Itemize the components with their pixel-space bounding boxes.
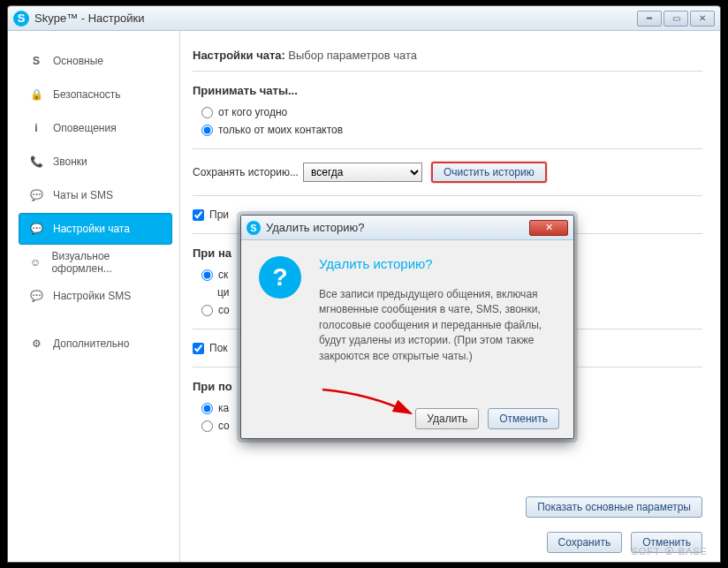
dialog-title: Удалить историю? xyxy=(266,221,365,234)
delete-button[interactable]: Удалить xyxy=(415,408,479,429)
delete-history-dialog: S Удалить историю? ✕ ? Удалить историю? … xyxy=(240,215,574,439)
sidebar-label: Основные xyxy=(53,55,103,67)
maximize-button[interactable]: ▭ xyxy=(664,11,688,27)
gear-icon: ⚙ xyxy=(28,336,44,352)
sidebar-item-sms-settings[interactable]: 💬Настройки SMS xyxy=(19,280,172,312)
header-title: Настройки чата: xyxy=(193,49,285,62)
dialog-close-button[interactable]: ✕ xyxy=(529,220,568,236)
sidebar: SОсновные 🔒Безопасность iОповещения 📞Зво… xyxy=(8,31,180,562)
chat-settings-icon: 💬 xyxy=(28,221,44,237)
info-icon: i xyxy=(28,120,44,136)
history-select[interactable]: всегда xyxy=(303,163,422,182)
divider xyxy=(193,195,702,196)
titlebar[interactable]: S Skype™ - Настройки ━ ▭ ✕ xyxy=(8,6,720,31)
sidebar-item-appearance[interactable]: ☺Визуальное оформлен... xyxy=(19,246,172,278)
sms-icon: 💬 xyxy=(28,288,44,304)
skype-logo-icon: S xyxy=(13,11,29,27)
history-label: Сохранять историю... xyxy=(193,166,303,178)
sidebar-label: Звонки xyxy=(53,155,87,168)
dialog-body-text: Все записи предыдущего общения, включая … xyxy=(319,287,556,364)
smiley-icon: ☺ xyxy=(28,254,42,270)
skype-logo-icon: S xyxy=(246,221,261,235)
sidebar-item-advanced[interactable]: ⚙Дополнительно xyxy=(19,328,172,360)
dialog-titlebar[interactable]: S Удалить историю? ✕ xyxy=(241,216,573,240)
chat-icon: 💬 xyxy=(28,187,44,203)
sidebar-item-chat-settings[interactable]: 💬Настройки чата xyxy=(19,213,172,245)
save-button[interactable]: Сохранить xyxy=(547,532,623,553)
watermark: SOFT ⦿ BASE xyxy=(631,546,708,557)
sidebar-item-chat-sms[interactable]: 💬Чаты и SMS xyxy=(19,179,172,211)
lock-icon: 🔒 xyxy=(28,87,44,102)
page-header: Настройки чата: Выбор параметров чата xyxy=(193,49,702,72)
minimize-button[interactable]: ━ xyxy=(637,11,662,27)
sidebar-item-general[interactable]: SОсновные xyxy=(19,45,172,77)
sidebar-item-security[interactable]: 🔒Безопасность xyxy=(19,79,172,110)
header-subtitle: Выбор параметров чата xyxy=(288,49,417,62)
divider xyxy=(193,148,702,149)
dialog-heading: Удалить историю? xyxy=(319,256,556,271)
clear-history-button[interactable]: Очистить историю xyxy=(431,162,547,183)
sidebar-label: Безопасность xyxy=(53,88,121,101)
dialog-cancel-button[interactable]: Отменить xyxy=(488,408,559,429)
radio-anyone[interactable]: от кого угодно xyxy=(201,106,702,118)
show-basic-params-button[interactable]: Показать основные параметры xyxy=(526,496,702,518)
sidebar-label: Настройки чата xyxy=(53,223,130,235)
sidebar-item-calls[interactable]: 📞Звонки xyxy=(19,146,172,178)
accept-chats-title: Принимать чаты... xyxy=(193,84,702,97)
sidebar-label: Настройки SMS xyxy=(53,290,131,302)
sidebar-label: Оповещения xyxy=(53,122,117,134)
close-button[interactable]: ✕ xyxy=(690,11,715,27)
sidebar-label: Чаты и SMS xyxy=(53,189,113,201)
question-icon: ? xyxy=(259,256,301,299)
sidebar-label: Дополнительно xyxy=(53,337,129,350)
radio-contacts[interactable]: только от моих контактов xyxy=(201,124,702,136)
sidebar-item-notifications[interactable]: iОповещения xyxy=(19,112,172,144)
window-title: Skype™ - Настройки xyxy=(34,11,144,25)
skype-icon: S xyxy=(28,53,44,69)
phone-icon: 📞 xyxy=(28,154,44,170)
sidebar-label: Визуальное оформлен... xyxy=(51,250,163,275)
